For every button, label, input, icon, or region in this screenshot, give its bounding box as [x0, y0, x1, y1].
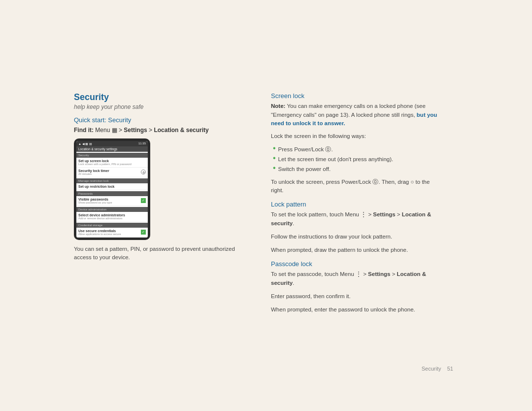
lock-intro: Lock the screen in the following ways: [271, 132, 438, 140]
note-body: You can make emergency calls on a locked… [271, 103, 426, 118]
lock-pattern-text2: Follow the instructions to draw your loc… [271, 233, 438, 241]
find-it-text: Menu ▦ > Settings > Location & security [95, 127, 208, 134]
phone-item-lock-timer: Security lock timer 20 minutes ⚙ [76, 168, 148, 177]
phone-header: ▲ ◀ ▦ ▤ 11:35 [76, 141, 148, 146]
bullet-dot-2: • [273, 154, 276, 162]
phone-mockup: ▲ ◀ ▦ ▤ 11:35 Location & security settin… [74, 138, 150, 240]
page-footer: Security 51 [422, 366, 453, 372]
phone-section-credentials: Credential storage [76, 223, 148, 228]
lock-pattern-title: Lock pattern [271, 201, 438, 208]
phone-section-device-admin: Device administration [76, 207, 148, 212]
phone-item-device-admin: Select device administrators Add or remo… [76, 212, 148, 222]
phone-signal-icons: ▲ ◀ ▦ ▤ [78, 142, 92, 145]
passcode-text2: Enter password, then confirm it. [271, 292, 438, 301]
find-it-line: Find it: Menu ▦ > Settings > Location & … [74, 127, 241, 134]
page-container: Security help keep your phone safe Quick… [74, 82, 458, 329]
passcode-title: Passcode lock [271, 260, 438, 268]
phone-item-screen-lock: Set up screen lock Lock screen with a pa… [76, 158, 148, 168]
settings-icon: ⚙ [141, 170, 146, 174]
phone-item-visible-passwords: Visible passwords Show password as you t… [76, 196, 148, 206]
section-title: Security [74, 92, 241, 103]
passcode-text1: To set the passcode, touch Menu ⋮ > Sett… [271, 270, 438, 287]
left-body-text: You can set a pattern, PIN, or password … [74, 245, 241, 262]
bullet-text-3: Switch the power off. [278, 165, 331, 174]
quick-start-title: Quick start: Security [74, 116, 241, 124]
unlock-text: To unlock the screen, press Power/Lock ⓪… [271, 178, 438, 195]
bullet-text-2: Let the screen time out (don't press any… [278, 155, 394, 164]
bullet-text-1: Press Power/Lock ⓪. [278, 145, 333, 154]
phone-section-restriction: Manage restriction lock [76, 178, 148, 183]
bullet-list: • Press Power/Lock ⓪. • Let the screen t… [271, 145, 438, 173]
lock-pattern-text1: To set the lock pattern, touch Menu ⋮ > … [271, 210, 438, 228]
phone-screen-title: Location & security settings [76, 146, 148, 152]
note-paragraph: Note: You can make emergency calls on a … [271, 102, 438, 128]
bullet-dot-1: • [273, 144, 276, 152]
lock-pattern-section: Lock pattern To set the lock pattern, to… [271, 201, 438, 254]
bullet-item-3: • Switch the power off. [273, 165, 438, 174]
phone-time: 11:35 [138, 142, 146, 145]
phone-item-credentials: Use secure credentials Allow application… [76, 228, 148, 238]
footer-page-number: 51 [447, 366, 453, 372]
find-it-label: Find it: [74, 127, 94, 134]
bullet-dot-3: • [273, 164, 276, 172]
left-column: Security help keep your phone safe Quick… [74, 92, 241, 267]
checkbox-credentials: ✓ [141, 230, 146, 235]
section-subtitle: help keep your phone safe [74, 103, 241, 110]
passcode-text3: When prompted, enter the password to unl… [271, 306, 438, 314]
checkbox-visible-passwords: ✓ [141, 198, 146, 203]
lock-pattern-text3: When prompted, draw the pattern to unloc… [271, 246, 438, 254]
bullet-item-2: • Let the screen time out (don't press a… [273, 155, 438, 164]
phone-section-passwords: Passwords [76, 191, 148, 196]
footer-section: Security [422, 366, 441, 372]
phone-section-security: Security [76, 153, 148, 158]
note-label: Note: [271, 103, 285, 109]
passcode-section: Passcode lock To set the passcode, touch… [271, 260, 438, 314]
phone-screen: ▲ ◀ ▦ ▤ 11:35 Location & security settin… [76, 141, 148, 238]
phone-item-restriction-lock: Set up restriction lock [76, 183, 148, 190]
bullet-item-1: • Press Power/Lock ⓪. [273, 145, 438, 154]
screen-lock-title: Screen lock [271, 92, 438, 100]
right-column: Screen lock Note: You can make emergency… [271, 92, 438, 319]
